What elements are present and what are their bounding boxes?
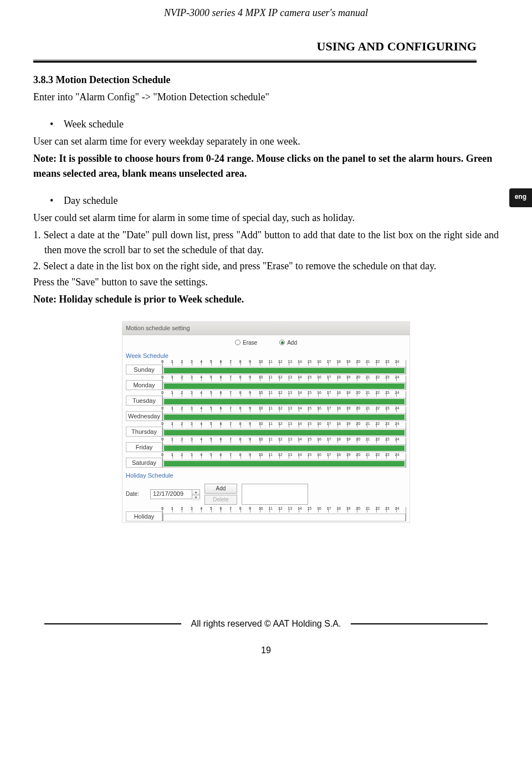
date-listbox[interactable] bbox=[242, 484, 308, 505]
tick-label: 6 bbox=[219, 453, 222, 457]
tick-label: 9 bbox=[249, 422, 251, 426]
tick-label: 2 bbox=[181, 406, 183, 410]
tick-label: 3 bbox=[191, 437, 193, 441]
day-timeline[interactable]: 0123456789101112131415161718192021222324 bbox=[162, 438, 406, 452]
day-block: Saturday01234567891011121314151617181920… bbox=[122, 453, 410, 469]
tick-label: 1 bbox=[171, 453, 173, 457]
chevron-down-icon[interactable]: ▼ bbox=[192, 495, 200, 500]
date-spinner[interactable]: ▲ ▼ bbox=[192, 490, 200, 499]
tick-label: 4 bbox=[200, 391, 202, 394]
bar-track bbox=[163, 444, 406, 452]
tick-label: 4 bbox=[200, 506, 202, 510]
day-timeline[interactable]: 0123456789101112131415161718192021222324 bbox=[162, 453, 406, 468]
day-timeline[interactable]: 0123456789101112131415161718192021222324 bbox=[162, 391, 406, 406]
date-value: 12/17/2009 bbox=[153, 489, 183, 499]
tick-label: 0 bbox=[161, 391, 163, 394]
tick-label: 15 bbox=[307, 360, 311, 363]
tick-label: 13 bbox=[288, 375, 292, 379]
tick-label: 14 bbox=[298, 506, 302, 510]
tick-label: 24 bbox=[395, 391, 400, 394]
tick-label: 1 bbox=[171, 406, 173, 410]
schedule-panel: Motion schedule setting Erase Add Week S… bbox=[122, 321, 410, 523]
tick-label: 12 bbox=[278, 437, 283, 441]
tick-label: 11 bbox=[268, 391, 273, 394]
holiday-timeline[interactable]: 0123456789101112131415161718192021222324 bbox=[162, 507, 406, 521]
day-timeline[interactable]: 0123456789101112131415161718192021222324 bbox=[162, 407, 406, 421]
tick-label: 15 bbox=[307, 506, 311, 510]
erase-label-text: Erase bbox=[243, 339, 257, 347]
tick-label: 3 bbox=[191, 453, 193, 457]
save-text: Press the "Save" button to save the sett… bbox=[33, 275, 499, 290]
tick-label: 23 bbox=[385, 391, 390, 394]
add-date-button[interactable]: Add bbox=[204, 484, 237, 494]
date-input[interactable]: 12/17/2009 ▲ ▼ bbox=[150, 489, 200, 499]
tick-label: 18 bbox=[336, 453, 341, 457]
day-timeline[interactable]: 0123456789101112131415161718192021222324 bbox=[162, 376, 406, 390]
day-block: Thursday01234567891011121314151617181920… bbox=[122, 422, 410, 438]
tick-label: 22 bbox=[375, 453, 380, 457]
chevron-up-icon[interactable]: ▲ bbox=[192, 490, 200, 495]
bar-fill bbox=[164, 383, 405, 389]
week-desc: User can set alarm time for every weekda… bbox=[33, 134, 499, 149]
tick-label: 8 bbox=[239, 391, 242, 394]
bar-track bbox=[163, 367, 406, 375]
tick-label: 8 bbox=[239, 506, 242, 510]
intro-text: Enter into "Alarm Config" -> "Motion Det… bbox=[33, 90, 499, 105]
tick-label: 16 bbox=[317, 375, 321, 379]
erase-radio-label[interactable]: Erase bbox=[235, 339, 257, 347]
tick-label: 3 bbox=[191, 422, 193, 426]
tick-label: 0 bbox=[161, 360, 163, 363]
day-timeline[interactable]: 0123456789101112131415161718192021222324 bbox=[162, 360, 406, 375]
tick-label: 16 bbox=[317, 391, 321, 394]
bullet-day: Day schedule bbox=[33, 193, 499, 208]
tick-label: 7 bbox=[229, 422, 232, 426]
tick-label: 4 bbox=[200, 422, 202, 426]
tick-label: 12 bbox=[278, 391, 283, 394]
tick-label: 0 bbox=[161, 506, 163, 510]
tick-label: 5 bbox=[210, 437, 212, 441]
tick-label: 1 bbox=[171, 506, 173, 510]
holiday-bar-track bbox=[163, 514, 406, 521]
tick-label: 2 bbox=[181, 506, 183, 510]
tick-label: 22 bbox=[375, 422, 380, 426]
bar-fill bbox=[164, 430, 405, 435]
tick-label: 9 bbox=[249, 453, 251, 457]
tick-label: 8 bbox=[239, 360, 242, 363]
day-timeline[interactable]: 0123456789101112131415161718192021222324 bbox=[162, 422, 406, 437]
tick-label: 16 bbox=[317, 406, 321, 410]
tick-label: 24 bbox=[395, 437, 400, 441]
tick-label: 14 bbox=[298, 406, 302, 410]
tick-label: 23 bbox=[385, 506, 390, 510]
tick-label: 17 bbox=[327, 360, 331, 363]
tick-label: 6 bbox=[219, 437, 222, 441]
tick-label: 14 bbox=[298, 375, 302, 379]
delete-date-button[interactable]: Delete bbox=[204, 495, 237, 505]
tick-label: 19 bbox=[346, 406, 351, 410]
bullet-week: Week schedule bbox=[33, 117, 499, 132]
tick-label: 11 bbox=[268, 406, 273, 410]
tick-label: 6 bbox=[219, 375, 222, 379]
tick-label: 16 bbox=[317, 453, 321, 457]
tick-label: 8 bbox=[239, 375, 242, 379]
tick-label: 0 bbox=[161, 375, 163, 379]
tick-label: 11 bbox=[268, 506, 273, 510]
tick-label: 6 bbox=[219, 406, 222, 410]
tick-label: 10 bbox=[259, 406, 263, 410]
tick-label: 18 bbox=[336, 375, 341, 379]
day-name: Monday bbox=[126, 380, 162, 390]
tick-label: 22 bbox=[375, 506, 380, 510]
tick-label: 1 bbox=[171, 391, 173, 394]
tick-label: 19 bbox=[346, 375, 351, 379]
tick-label: 18 bbox=[336, 422, 341, 426]
tick-label: 13 bbox=[288, 406, 292, 410]
tick-label: 16 bbox=[317, 360, 321, 363]
tick-label: 5 bbox=[210, 453, 212, 457]
tick-label: 1 bbox=[171, 375, 173, 379]
tick-label: 20 bbox=[356, 360, 360, 363]
add-radio-label[interactable]: Add bbox=[279, 339, 297, 347]
tick-label: 21 bbox=[366, 406, 370, 410]
bar-track bbox=[163, 429, 406, 437]
tick-label: 21 bbox=[366, 437, 370, 441]
tick-label: 10 bbox=[259, 422, 263, 426]
tick-label: 1 bbox=[171, 437, 173, 441]
